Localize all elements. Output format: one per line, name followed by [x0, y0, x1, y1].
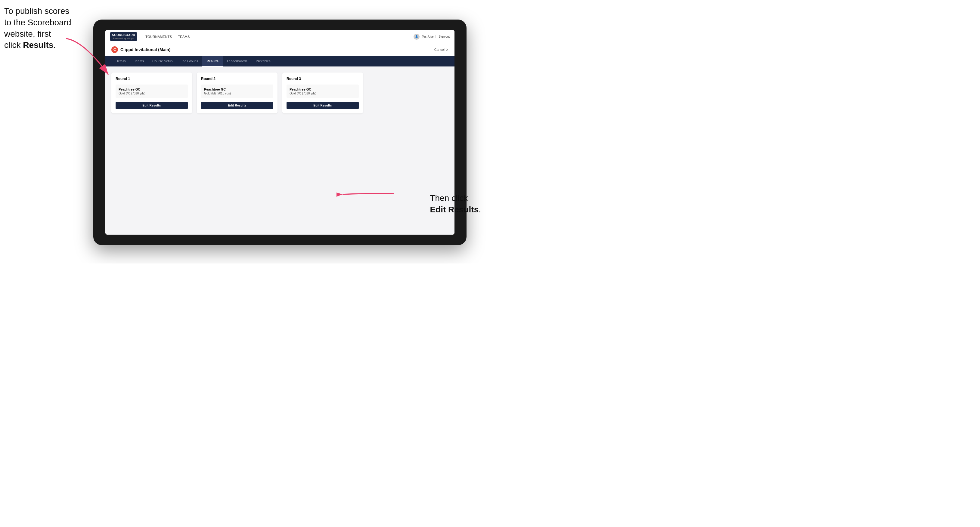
round-3-title: Round 3	[286, 77, 359, 81]
course-name-2: Peachtree GC	[204, 87, 270, 91]
signout-link[interactable]: Sign out	[439, 35, 450, 38]
course-card-2: Peachtree GC Gold (M) (7010 yds)	[201, 84, 273, 98]
edit-results-button-1[interactable]: Edit Results	[116, 102, 188, 109]
edit-results-button-2[interactable]: Edit Results	[201, 102, 273, 109]
tablet-device: SCOREBOARD Powered by clippd TOURNAMENTS…	[93, 19, 466, 245]
tab-course-setup[interactable]: Course Setup	[148, 56, 177, 67]
nav-right: 👤 Test User | Sign out	[414, 34, 450, 40]
round-card-2: Round 2 Peachtree GC Gold (M) (7010 yds)…	[197, 73, 277, 113]
close-icon: ✕	[446, 48, 449, 52]
round-1-title: Round 1	[116, 77, 188, 81]
nav-teams[interactable]: TEAMS	[178, 35, 189, 38]
tournament-icon: C	[111, 46, 118, 53]
tab-leaderboards[interactable]: Leaderboards	[223, 56, 251, 67]
tab-tee-groups[interactable]: Tee Groups	[177, 56, 202, 67]
course-card-3: Peachtree GC Gold (M) (7010 yds)	[286, 84, 359, 98]
edit-results-button-3[interactable]: Edit Results	[286, 102, 359, 109]
scoreboard-logo: SCOREBOARD Powered by clippd	[110, 32, 137, 41]
cancel-button[interactable]: Cancel ✕	[434, 48, 449, 52]
main-content: Round 1 Peachtree GC Gold (M) (7010 yds)…	[105, 67, 455, 235]
nav-links: TOURNAMENTS TEAMS	[145, 35, 413, 38]
tab-details[interactable]: Details	[111, 56, 130, 67]
course-name-1: Peachtree GC	[119, 87, 185, 91]
round-2-title: Round 2	[201, 77, 273, 81]
tab-results[interactable]: Results	[202, 56, 223, 67]
tournament-name: Clippd Invitational (Main)	[120, 47, 170, 52]
course-details-3: Gold (M) (7010 yds)	[290, 92, 356, 95]
tab-printables[interactable]: Printables	[251, 56, 275, 67]
logo-area: SCOREBOARD Powered by clippd	[110, 32, 137, 41]
tab-teams[interactable]: Teams	[130, 56, 148, 67]
tournament-title: C Clippd Invitational (Main)	[111, 46, 170, 53]
tournament-header: C Clippd Invitational (Main) Cancel ✕	[105, 43, 455, 56]
empty-column	[368, 73, 449, 113]
tab-bar: Details Teams Course Setup Tee Groups Re…	[105, 56, 455, 67]
avatar: 👤	[414, 34, 420, 40]
tablet-screen: SCOREBOARD Powered by clippd TOURNAMENTS…	[105, 30, 455, 235]
rounds-grid: Round 1 Peachtree GC Gold (M) (7010 yds)…	[111, 73, 449, 113]
instruction-text-2: Then click Edit Results.	[430, 192, 481, 215]
course-name-3: Peachtree GC	[290, 87, 356, 91]
instruction-text-1: To publish scores to the Scoreboard webs…	[4, 5, 72, 51]
user-label: Test User |	[422, 35, 436, 38]
course-card-1: Peachtree GC Gold (M) (7010 yds)	[116, 84, 188, 98]
round-card-1: Round 1 Peachtree GC Gold (M) (7010 yds)…	[111, 73, 192, 113]
course-details-2: Gold (M) (7010 yds)	[204, 92, 270, 95]
top-nav: SCOREBOARD Powered by clippd TOURNAMENTS…	[105, 30, 455, 43]
nav-tournaments[interactable]: TOURNAMENTS	[145, 35, 172, 38]
round-card-3: Round 3 Peachtree GC Gold (M) (7010 yds)…	[282, 73, 363, 113]
course-details-1: Gold (M) (7010 yds)	[119, 92, 185, 95]
